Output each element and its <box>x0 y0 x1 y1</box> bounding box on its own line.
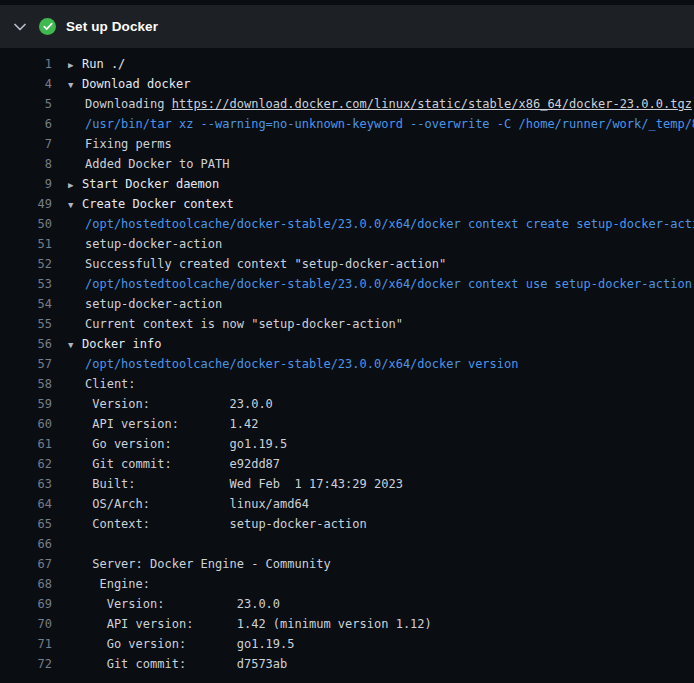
line-number[interactable]: 64 <box>0 494 52 514</box>
log-content: Server: Docker Engine - Community <box>68 554 331 574</box>
log-content: ▼Download docker <box>68 74 190 94</box>
log-content: Current context is now "setup-docker-act… <box>68 314 403 334</box>
log-line: 53/opt/hostedtoolcache/docker-stable/23.… <box>0 274 694 294</box>
line-number[interactable]: 50 <box>0 214 52 234</box>
log-content: ▶Run ./ <box>68 54 125 74</box>
log-content: ▶Start Docker daemon <box>68 174 219 194</box>
log-content: setup-docker-action <box>68 294 222 314</box>
group-title: Start Docker daemon <box>82 177 219 191</box>
line-number[interactable]: 53 <box>0 274 52 294</box>
group-title: Docker info <box>82 337 161 351</box>
line-number[interactable]: 1 <box>0 54 52 74</box>
log-content: OS/Arch: linux/amd64 <box>68 494 309 514</box>
log-content: /opt/hostedtoolcache/docker-stable/23.0.… <box>68 354 518 374</box>
log-line: 66 <box>0 534 694 554</box>
log-line: 63 Built: Wed Feb 1 17:43:29 2023 <box>0 474 694 494</box>
log-group-row[interactable]: 56▼Docker info <box>0 334 694 354</box>
log-line: 68 Engine: <box>0 574 694 594</box>
line-number[interactable]: 8 <box>0 154 52 174</box>
log-content: Context: setup-docker-action <box>68 514 367 534</box>
log-group-row[interactable]: 9▶Start Docker daemon <box>0 174 694 194</box>
line-number[interactable]: 51 <box>0 234 52 254</box>
log-content: Fixing perms <box>68 134 172 154</box>
log-content: /opt/hostedtoolcache/docker-stable/23.0.… <box>68 274 692 294</box>
line-number[interactable]: 62 <box>0 454 52 474</box>
step-header[interactable]: Set up Docker <box>0 5 694 48</box>
chevron-down-icon: ▼ <box>68 195 82 214</box>
line-number[interactable]: 9 <box>0 174 52 194</box>
line-number[interactable]: 71 <box>0 634 52 654</box>
log-line: 58Client: <box>0 374 694 394</box>
log-line: 62 Git commit: e92dd87 <box>0 454 694 474</box>
log-line: 57/opt/hostedtoolcache/docker-stable/23.… <box>0 354 694 374</box>
log-line: 70 API version: 1.42 (minimum version 1.… <box>0 614 694 634</box>
log-line: 51setup-docker-action <box>0 234 694 254</box>
line-number[interactable]: 65 <box>0 514 52 534</box>
line-number[interactable]: 54 <box>0 294 52 314</box>
log-content: API version: 1.42 (minimum version 1.12) <box>68 614 432 634</box>
log-line: 71 Go version: go1.19.5 <box>0 634 694 654</box>
log-line: 64 OS/Arch: linux/amd64 <box>0 494 694 514</box>
chevron-down-icon[interactable] <box>14 23 26 31</box>
log-content: /opt/hostedtoolcache/docker-stable/23.0.… <box>68 214 694 234</box>
log-content: Go version: go1.19.5 <box>68 634 295 654</box>
line-number[interactable]: 69 <box>0 594 52 614</box>
log-content: /usr/bin/tar xz --warning=no-unknown-key… <box>68 114 694 134</box>
log-line: 55Current context is now "setup-docker-a… <box>0 314 694 334</box>
log-content: Downloading https://download.docker.com/… <box>68 94 692 114</box>
step-title: Set up Docker <box>66 19 158 34</box>
line-number[interactable]: 5 <box>0 94 52 114</box>
log-line: 7Fixing perms <box>0 134 694 154</box>
chevron-right-icon: ▶ <box>68 55 82 74</box>
chevron-down-icon: ▼ <box>68 75 82 94</box>
log-group-row[interactable]: 49▼Create Docker context <box>0 194 694 214</box>
line-number[interactable]: 72 <box>0 654 52 674</box>
log-line: 72 Git commit: d7573ab <box>0 654 694 674</box>
line-number[interactable]: 7 <box>0 134 52 154</box>
log-content: Git commit: d7573ab <box>68 654 287 674</box>
log-content: API version: 1.42 <box>68 414 258 434</box>
log-content: Go version: go1.19.5 <box>68 434 287 454</box>
check-circle-icon <box>39 18 56 35</box>
line-number[interactable]: 59 <box>0 394 52 414</box>
line-number[interactable]: 49 <box>0 194 52 214</box>
log-content: Successfully created context "setup-dock… <box>68 254 446 274</box>
line-number[interactable]: 70 <box>0 614 52 634</box>
log-line: 67 Server: Docker Engine - Community <box>0 554 694 574</box>
line-number[interactable]: 68 <box>0 574 52 594</box>
line-number[interactable]: 6 <box>0 114 52 134</box>
log-line: 54setup-docker-action <box>0 294 694 314</box>
log-line: 52Successfully created context "setup-do… <box>0 254 694 274</box>
log-line: 61 Go version: go1.19.5 <box>0 434 694 454</box>
log-content: setup-docker-action <box>68 234 222 254</box>
group-title: Run ./ <box>82 57 125 71</box>
line-number[interactable]: 57 <box>0 354 52 374</box>
line-number[interactable]: 67 <box>0 554 52 574</box>
log-link[interactable]: https://download.docker.com/linux/static… <box>172 97 692 111</box>
log-line: 60 API version: 1.42 <box>0 414 694 434</box>
line-number[interactable]: 55 <box>0 314 52 334</box>
log-group-row[interactable]: 1▶Run ./ <box>0 54 694 74</box>
log-text: Downloading <box>85 97 172 111</box>
line-number[interactable]: 52 <box>0 254 52 274</box>
line-number[interactable]: 63 <box>0 474 52 494</box>
log-line: 59 Version: 23.0.0 <box>0 394 694 414</box>
chevron-right-icon: ▶ <box>68 175 82 194</box>
log-content: Client: <box>68 374 136 394</box>
log-line: 6/usr/bin/tar xz --warning=no-unknown-ke… <box>0 114 694 134</box>
line-number[interactable]: 4 <box>0 74 52 94</box>
log-content: Built: Wed Feb 1 17:43:29 2023 <box>68 474 403 494</box>
log-line: 50/opt/hostedtoolcache/docker-stable/23.… <box>0 214 694 234</box>
line-number[interactable]: 56 <box>0 334 52 354</box>
log-line: 5Downloading https://download.docker.com… <box>0 94 694 114</box>
log-content: Git commit: e92dd87 <box>68 454 280 474</box>
group-title: Create Docker context <box>82 197 234 211</box>
line-number[interactable]: 58 <box>0 374 52 394</box>
log-content: Added Docker to PATH <box>68 154 230 174</box>
log-group-row[interactable]: 4▼Download docker <box>0 74 694 94</box>
line-number[interactable]: 60 <box>0 414 52 434</box>
group-title: Download docker <box>82 77 190 91</box>
log-content: Engine: <box>68 574 150 594</box>
line-number[interactable]: 66 <box>0 534 52 554</box>
line-number[interactable]: 61 <box>0 434 52 454</box>
